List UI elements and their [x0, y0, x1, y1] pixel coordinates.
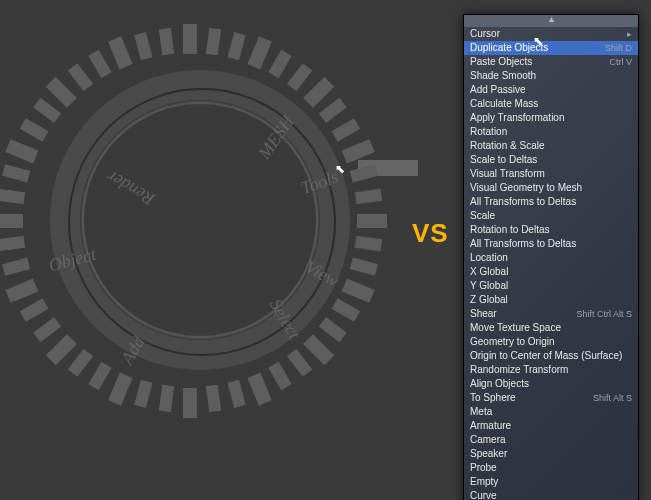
menu-item[interactable]: Duplicate ObjectsShift D	[464, 41, 638, 55]
pie-tick[interactable]	[0, 189, 25, 204]
menu-item-label: Curve	[470, 489, 497, 500]
menu-item[interactable]: Speaker	[464, 447, 638, 461]
menu-item[interactable]: To SphereShift Alt S	[464, 391, 638, 405]
pie-tick[interactable]	[357, 214, 387, 228]
menu-item[interactable]: All Transforms to Deltas	[464, 237, 638, 251]
pie-tick[interactable]	[134, 380, 152, 408]
submenu-arrow-icon	[619, 27, 632, 41]
pie-tick[interactable]	[247, 36, 271, 69]
menu-item[interactable]: Paste ObjectsCtrl V	[464, 55, 638, 69]
menu-item-shortcut: Shift Alt S	[593, 391, 632, 405]
pie-tick[interactable]	[350, 164, 378, 182]
menu-item-label: Shear	[470, 307, 497, 321]
pie-tick[interactable]	[33, 98, 61, 123]
pie-tick[interactable]	[319, 98, 347, 123]
menu-item[interactable]: Location	[464, 251, 638, 265]
menu-item-label: Camera	[470, 433, 506, 447]
pie-tick[interactable]	[287, 63, 312, 91]
pie-tick[interactable]	[2, 164, 30, 182]
menu-item[interactable]: X Global	[464, 265, 638, 279]
pie-tick[interactable]	[134, 32, 152, 60]
pie-tick[interactable]	[159, 385, 174, 412]
menu-item-label: Visual Geometry to Mesh	[470, 181, 582, 195]
pie-tick[interactable]	[0, 236, 25, 251]
pie-tick[interactable]	[206, 385, 221, 412]
menu-item-label: Move Texture Space	[470, 321, 561, 335]
pie-tick[interactable]	[303, 77, 334, 108]
menu-item-label: Z Global	[470, 293, 508, 307]
pie-tick[interactable]	[68, 63, 93, 91]
pie-tick[interactable]	[159, 28, 174, 55]
menu-item[interactable]: All Transforms to Deltas	[464, 195, 638, 209]
pie-tick[interactable]	[88, 50, 111, 79]
pie-tick[interactable]	[5, 278, 38, 302]
pie-tick[interactable]	[88, 362, 111, 391]
pie-tick[interactable]	[247, 373, 271, 406]
pie-tick[interactable]	[268, 50, 291, 79]
menu-item[interactable]: Curve	[464, 489, 638, 500]
pie-tick[interactable]	[46, 77, 77, 108]
pie-tick[interactable]	[2, 257, 30, 275]
menu-item[interactable]: Calculate Mass	[464, 97, 638, 111]
menu-item-label: Geometry to Origin	[470, 335, 554, 349]
pie-tick[interactable]	[46, 334, 77, 365]
pie-tick[interactable]	[303, 334, 334, 365]
pie-tick[interactable]	[183, 24, 197, 54]
menu-item[interactable]: Geometry to Origin	[464, 335, 638, 349]
pie-tick[interactable]	[227, 380, 245, 408]
menu-item-label: X Global	[470, 265, 508, 279]
pie-tick[interactable]	[227, 32, 245, 60]
menu-scroll-up[interactable]	[464, 15, 638, 27]
menu-item[interactable]: Meta	[464, 405, 638, 419]
pie-tick[interactable]	[108, 373, 132, 406]
vs-label: VS	[412, 218, 449, 249]
menu-item[interactable]: Y Global	[464, 279, 638, 293]
pie-tick[interactable]	[355, 236, 382, 251]
pie-tick[interactable]	[355, 189, 382, 204]
pie-tick[interactable]	[20, 298, 49, 321]
pie-tick[interactable]	[68, 349, 93, 377]
pie-tick[interactable]	[350, 257, 378, 275]
menu-item[interactable]: Z Global	[464, 293, 638, 307]
context-menu[interactable]: CursorDuplicate ObjectsShift DPaste Obje…	[463, 14, 639, 500]
menu-item[interactable]: Apply Transformation	[464, 111, 638, 125]
menu-item[interactable]: Camera	[464, 433, 638, 447]
pie-tick[interactable]	[332, 118, 361, 141]
pie-tick[interactable]	[206, 28, 221, 55]
pie-tick[interactable]	[20, 118, 49, 141]
menu-item[interactable]: Visual Geometry to Mesh	[464, 181, 638, 195]
menu-item[interactable]: Origin to Center of Mass (Surface)	[464, 349, 638, 363]
pie-tick[interactable]	[183, 388, 197, 418]
menu-item[interactable]: Rotation to Deltas	[464, 223, 638, 237]
menu-item[interactable]: Rotation & Scale	[464, 139, 638, 153]
menu-item-shortcut: Shift Ctrl Alt S	[576, 307, 632, 321]
menu-item[interactable]: Visual Transform	[464, 167, 638, 181]
menu-item[interactable]: Align Objects	[464, 377, 638, 391]
menu-item[interactable]: ShearShift Ctrl Alt S	[464, 307, 638, 321]
pie-tick[interactable]	[319, 317, 347, 342]
pie-tick[interactable]	[5, 139, 38, 163]
menu-item-label: Paste Objects	[470, 55, 532, 69]
pie-tick[interactable]	[0, 214, 23, 228]
menu-item[interactable]: Armature	[464, 419, 638, 433]
pie-tick[interactable]	[268, 362, 291, 391]
pie-tick[interactable]	[287, 349, 312, 377]
pie-tick[interactable]	[342, 278, 375, 302]
pie-tick[interactable]	[108, 36, 132, 69]
pie-tick[interactable]	[33, 317, 61, 342]
menu-item[interactable]: Add Passive	[464, 83, 638, 97]
pie-tick[interactable]	[332, 298, 361, 321]
menu-item-label: Rotation to Deltas	[470, 223, 550, 237]
menu-item[interactable]: Move Texture Space	[464, 321, 638, 335]
menu-item[interactable]: Cursor	[464, 27, 638, 41]
menu-item[interactable]: Shade Smooth	[464, 69, 638, 83]
menu-item[interactable]: Rotation	[464, 125, 638, 139]
menu-item[interactable]: Probe	[464, 461, 638, 475]
menu-item[interactable]: Scale to Deltas	[464, 153, 638, 167]
menu-item[interactable]: Scale	[464, 209, 638, 223]
menu-item[interactable]: Empty	[464, 475, 638, 489]
pie-ring	[50, 70, 350, 370]
menu-item-label: Meta	[470, 405, 492, 419]
menu-item[interactable]: Randomize Transform	[464, 363, 638, 377]
menu-item-label: Rotation	[470, 125, 507, 139]
